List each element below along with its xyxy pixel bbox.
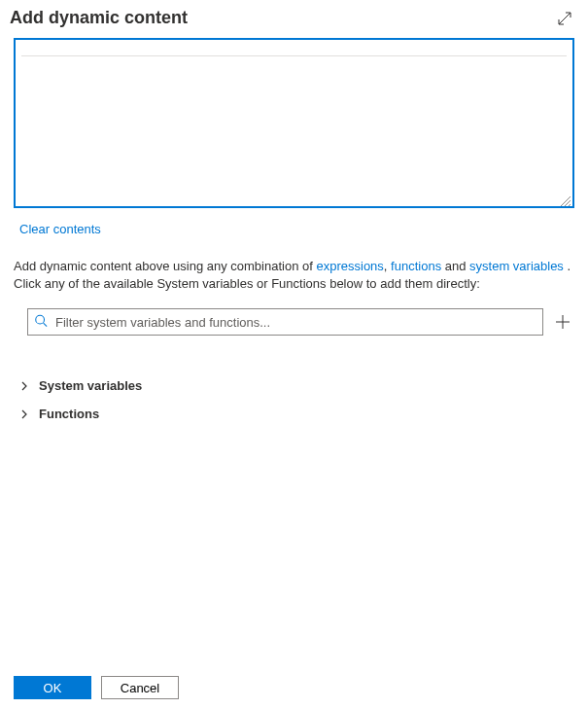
functions-link[interactable]: functions xyxy=(391,259,441,273)
chevron-right-icon xyxy=(17,381,31,391)
help-comma: , xyxy=(384,259,391,273)
expression-editor[interactable] xyxy=(14,38,574,208)
svg-line-0 xyxy=(559,13,571,24)
dialog-title: Add dynamic content xyxy=(10,8,188,28)
clear-contents-link[interactable]: Clear contents xyxy=(19,222,101,236)
help-and: and xyxy=(441,259,469,273)
chevron-right-icon xyxy=(17,409,31,419)
dialog-body: Clear contents Add dynamic content above… xyxy=(0,38,588,425)
help-line2: Click any of the available System variab… xyxy=(14,276,480,291)
dialog-footer: OK Cancel xyxy=(14,676,179,699)
filter-row xyxy=(27,308,574,336)
editor-divider xyxy=(21,55,567,56)
tree-label-system-variables: System variables xyxy=(39,378,142,393)
help-period: . xyxy=(564,259,571,273)
tree-section: System variables Functions xyxy=(17,374,574,425)
tree-label-functions: Functions xyxy=(39,407,99,421)
filter-input[interactable] xyxy=(27,308,543,336)
dialog-header: Add dynamic content xyxy=(0,0,588,38)
expressions-link[interactable]: expressions xyxy=(316,259,383,273)
tree-item-system-variables[interactable]: System variables xyxy=(17,374,574,397)
help-prefix: Add dynamic content above using any comb… xyxy=(14,259,316,273)
ok-button[interactable]: OK xyxy=(14,676,91,699)
tree-item-functions[interactable]: Functions xyxy=(17,403,574,425)
filter-input-wrap xyxy=(27,308,543,336)
svg-line-3 xyxy=(569,204,571,206)
cancel-button[interactable]: Cancel xyxy=(101,676,179,699)
add-button[interactable] xyxy=(551,310,574,334)
system-variables-link[interactable]: system variables xyxy=(469,259,564,273)
expand-icon[interactable] xyxy=(555,9,574,28)
help-text: Add dynamic content above using any comb… xyxy=(14,258,574,293)
resize-handle-icon[interactable] xyxy=(561,195,571,204)
